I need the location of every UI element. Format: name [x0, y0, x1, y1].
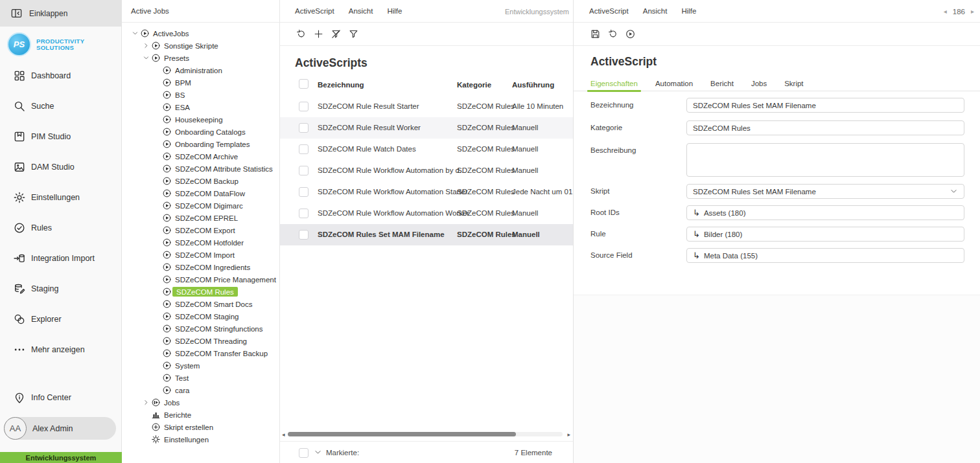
scrollbar-thumb[interactable] — [288, 432, 516, 436]
tree-item-einstellungen[interactable]: Einstellungen — [122, 433, 279, 446]
menu-item-activescript[interactable]: ActiveScript — [295, 7, 334, 15]
tree-item-onboarding-catalogs[interactable]: Onboarding Catalogs — [122, 126, 279, 138]
bezeichnung-field[interactable] — [686, 98, 964, 113]
tab-jobs[interactable]: Jobs — [751, 75, 767, 91]
tree-item-jobs[interactable]: Jobs — [122, 396, 279, 409]
tree-item-sdzecom-export[interactable]: SDZeCOM Export — [122, 224, 279, 236]
user-menu[interactable]: AA Alex Admin — [4, 417, 116, 440]
tree-item-system[interactable]: System — [122, 359, 279, 372]
tree-item-sdzecom-price-management[interactable]: SDZeCOM Price Management — [122, 273, 279, 286]
column-header-ausfuehrung[interactable]: Ausführung — [512, 77, 554, 93]
row-checkbox[interactable] — [299, 102, 309, 111]
row-checkbox[interactable] — [299, 166, 309, 175]
tree-item-cara[interactable]: cara — [122, 384, 279, 396]
chevron-down-icon[interactable] — [141, 53, 151, 63]
root-ids-field[interactable]: ↳Assets (180) — [686, 205, 964, 220]
table-row[interactable]: SDZeCOM Rule Workflow Automation Starter… — [280, 181, 573, 203]
tab-bericht[interactable]: Bericht — [710, 75, 734, 91]
scroll-right-arrow-icon[interactable]: ▸ — [567, 431, 570, 438]
collapse-sidebar-button[interactable]: Einklappen — [0, 0, 121, 27]
tree-item-sonstige-skripte[interactable]: Sonstige Skripte — [122, 40, 279, 52]
tree-item-activejobs[interactable]: ActiveJobs — [122, 27, 279, 40]
tree-item-bs[interactable]: BS — [122, 89, 279, 101]
tree-item-sdzecom-staging[interactable]: SDZeCOM Staging — [122, 310, 279, 322]
sidebar-item-einstellungen[interactable]: Einstellungen — [0, 189, 122, 206]
filter-button[interactable] — [347, 28, 359, 40]
marked-checkbox[interactable] — [299, 448, 309, 458]
scrollbar-track[interactable] — [288, 432, 563, 436]
filter-clear-button[interactable] — [330, 28, 342, 40]
row-checkbox[interactable] — [299, 144, 309, 154]
tab-automation[interactable]: Automation — [655, 75, 693, 91]
sidebar-item-dam-studio[interactable]: DAM Studio — [0, 159, 122, 175]
tree-item-sdzecom-stringfunctions[interactable]: SDZeCOM Stringfunctions — [122, 322, 279, 335]
sidebar-item-staging[interactable]: Staging — [0, 280, 122, 297]
chevron-down-icon[interactable] — [314, 448, 323, 457]
tree-item-sdzecom-digimarc[interactable]: SDZeCOM Digimarc — [122, 199, 279, 212]
chevron-down-icon[interactable] — [130, 28, 140, 39]
table-row[interactable]: SDZeCOM Rules Set MAM FilenameSDZeCOM Ru… — [280, 224, 573, 245]
tree-item-sdzecom-smart-docs[interactable]: SDZeCOM Smart Docs — [122, 298, 279, 310]
rule-field[interactable]: ↳Bilder (180) — [686, 227, 964, 242]
menu-item-hilfe[interactable]: Hilfe — [681, 7, 696, 15]
beschreibung-field[interactable] — [686, 143, 964, 177]
table-row[interactable]: SDZeCOM Rule Result WorkerSDZeCOM RulesM… — [280, 117, 573, 139]
sidebar-item-mehr-anzeigen[interactable]: Mehr anzeigen — [0, 341, 122, 358]
tree-item-sdzecom-backup[interactable]: SDZeCOM Backup — [122, 175, 279, 187]
tree-item-sdzecom-attribute-statistics[interactable]: SDZeCOM Attribute Statistics — [122, 163, 279, 175]
horizontal-scrollbar[interactable]: ◂ ▸ — [280, 429, 573, 440]
sidebar-item-explorer[interactable]: Explorer — [0, 311, 122, 328]
tree-item-administration[interactable]: Administration — [122, 64, 279, 76]
table-row[interactable]: SDZeCOM Rule Workflow Automation WorkerS… — [280, 203, 573, 224]
menu-item-hilfe[interactable]: Hilfe — [387, 7, 402, 15]
save-button[interactable] — [589, 28, 601, 40]
chevron-right-icon[interactable] — [141, 41, 151, 51]
sidebar-item-pim-studio[interactable]: PIM Studio — [0, 128, 122, 145]
tree-item-berichte[interactable]: Berichte — [122, 409, 279, 421]
kategorie-field[interactable] — [686, 120, 964, 135]
refresh-button[interactable] — [607, 28, 618, 40]
tree-item-skript-erstellen[interactable]: Skript erstellen — [122, 421, 279, 433]
tree-item-sdzecom-archive[interactable]: SDZeCOM Archive — [122, 150, 279, 163]
refresh-button[interactable] — [295, 28, 307, 40]
chevron-right-icon[interactable] — [141, 398, 151, 408]
row-checkbox[interactable] — [299, 230, 309, 240]
tree-item-sdzecom-ingredients[interactable]: SDZeCOM Ingredients — [122, 261, 279, 273]
sidebar-item-info-center[interactable]: Info Center — [0, 389, 122, 406]
row-checkbox[interactable] — [299, 187, 309, 197]
select-all-checkbox[interactable] — [299, 79, 309, 89]
scroll-left-arrow-icon[interactable]: ◂ — [282, 431, 285, 438]
tree-item-sdzecom-transfer-backup[interactable]: SDZeCOM Transfer Backup — [122, 347, 279, 359]
skript-select[interactable]: SDZeCOM Rules Set MAM Filename — [686, 184, 964, 199]
tree-item-bpm[interactable]: BPM — [122, 76, 279, 89]
next-record-icon[interactable]: ▸ — [971, 8, 974, 15]
tree-item-presets[interactable]: Presets — [122, 52, 279, 64]
column-header-bezeichnung[interactable]: Bezeichnung — [318, 77, 364, 93]
source-field-field[interactable]: ↳Meta Data (155) — [686, 248, 964, 263]
sidebar-item-rules[interactable]: Rules — [0, 220, 122, 236]
tree-item-sdzecom-hotfolder[interactable]: SDZeCOM Hotfolder — [122, 236, 279, 249]
row-checkbox[interactable] — [299, 209, 309, 218]
tree-item-sdzecom-rules[interactable]: SDZeCOM Rules — [122, 286, 279, 298]
tree-item-onboarding-templates[interactable]: Onboarding Templates — [122, 138, 279, 150]
table-row[interactable]: SDZeCOM Rule Watch DatesSDZeCOM RulesMan… — [280, 139, 573, 160]
column-header-kategorie[interactable]: Kategorie — [457, 77, 491, 93]
tree-item-sdzecom-threading[interactable]: SDZeCOM Threading — [122, 335, 279, 347]
table-row[interactable]: SDZeCOM Rule Result StarterSDZeCOM Rules… — [280, 96, 573, 117]
menu-item-ansicht[interactable]: Ansicht — [349, 7, 373, 15]
row-checkbox[interactable] — [299, 123, 309, 133]
menu-item-ansicht[interactable]: Ansicht — [643, 7, 668, 15]
tab-eigenschaften[interactable]: Eigenschaften — [590, 75, 638, 91]
tree-item-sdzecom-import[interactable]: SDZeCOM Import — [122, 249, 279, 261]
menu-item-activescript[interactable]: ActiveScript — [589, 7, 629, 15]
run-button[interactable] — [624, 28, 636, 40]
sidebar-item-integration-import[interactable]: Integration Import — [0, 250, 122, 267]
add-button[interactable] — [312, 28, 324, 40]
tree-item-esa[interactable]: ESA — [122, 101, 279, 113]
tab-skript[interactable]: Skript — [784, 75, 803, 91]
tree-item-sdzecom-eprel[interactable]: SDZeCOM EPREL — [122, 212, 279, 224]
tree-item-housekeeping[interactable]: Housekeeping — [122, 113, 279, 126]
tree-item-test[interactable]: Test — [122, 372, 279, 384]
table-row[interactable]: SDZeCOM Rule Workflow Automation by d...… — [280, 160, 573, 181]
previous-record-icon[interactable]: ◂ — [944, 8, 947, 15]
